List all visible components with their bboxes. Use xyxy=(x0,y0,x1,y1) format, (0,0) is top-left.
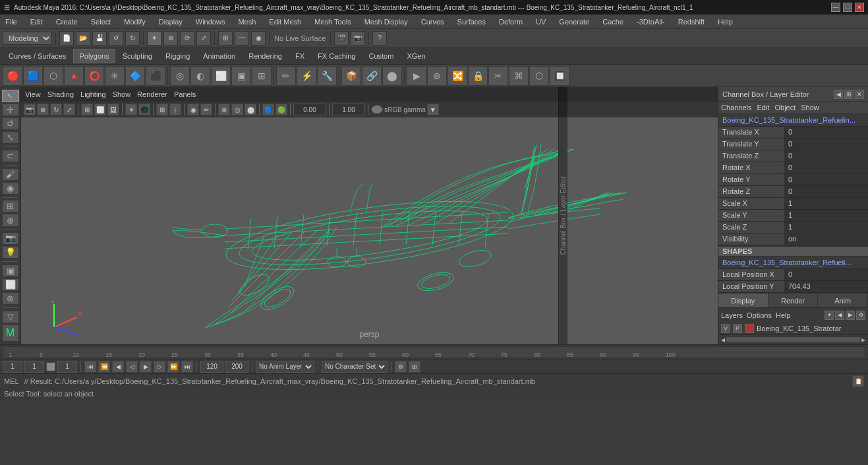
shelf-tab-rendering[interactable]: Rendering xyxy=(243,49,288,63)
layer-scroll-track[interactable] xyxy=(726,337,860,342)
layer-playback-toggle[interactable]: P xyxy=(733,324,742,333)
bottom-tab-anim[interactable]: Anim xyxy=(818,294,868,307)
shelf-icon-25[interactable]: ⌘ xyxy=(509,66,529,86)
menu-item-curves[interactable]: Curves xyxy=(419,16,447,27)
start-frame-input[interactable] xyxy=(3,361,22,373)
shelf-tab-xgen[interactable]: XGen xyxy=(401,49,431,63)
bottom-tab-render[interactable]: Render xyxy=(768,294,819,307)
viewport-show-menu[interactable]: Show xyxy=(113,90,131,98)
vc-shadow-btn[interactable]: 🌑 xyxy=(138,104,150,115)
vc-extra2-btn[interactable]: ◎ xyxy=(231,104,243,115)
layer-new-btn[interactable]: ✦ xyxy=(825,311,834,320)
vc-value1-input[interactable] xyxy=(293,104,326,115)
ch-value[interactable]: 0 xyxy=(784,186,868,197)
move-tool-button[interactable]: ✛ xyxy=(2,104,19,116)
ch-value[interactable]: 0 xyxy=(784,162,868,173)
menu-item-edit[interactable]: Edit xyxy=(28,16,45,27)
paint-tool-button[interactable]: 🖌 xyxy=(2,168,19,181)
shelf-icon-16[interactable]: 🔧 xyxy=(317,66,337,86)
arrow-button[interactable]: ▽ xyxy=(2,311,19,323)
shelf-tab-fx[interactable]: FX xyxy=(289,49,310,63)
vc-extra5-btn[interactable]: 🟢 xyxy=(275,104,287,115)
shelf-icon-27[interactable]: 🔲 xyxy=(550,66,569,86)
scale-button[interactable]: ⤢ xyxy=(196,31,211,46)
range-end-input[interactable] xyxy=(225,361,248,373)
ch-value[interactable]: 1 xyxy=(784,222,868,233)
menu-item--3dtoall-[interactable]: -3DtoAll- xyxy=(634,16,668,27)
step-forward-button[interactable]: ⏩ xyxy=(167,361,179,373)
ch-value[interactable]: 1 xyxy=(784,210,868,221)
anim-layer-select[interactable]: No Anim Layer xyxy=(256,361,314,373)
open-file-button[interactable]: 📂 xyxy=(76,31,90,46)
options-menu-item[interactable]: Options xyxy=(747,311,772,319)
shelf-icon-1[interactable]: 🔴 xyxy=(3,66,22,86)
layer-scroll-right[interactable]: ▶ xyxy=(860,337,867,343)
vc-grid-btn[interactable]: ⊞ xyxy=(156,104,168,115)
object-menu-item[interactable]: Object xyxy=(774,104,796,111)
shelf-icon-6[interactable]: ✳ xyxy=(105,66,125,86)
mode-selector[interactable]: Modeling xyxy=(3,32,52,45)
shelf-icon-4[interactable]: 🔺 xyxy=(64,66,84,86)
menu-item-edit-mesh[interactable]: Edit Mesh xyxy=(266,16,304,27)
viewport[interactable]: View Shading Lighting Show Renderer Pane… xyxy=(21,87,718,344)
layer-scroll-bar[interactable]: ◀ ▶ xyxy=(718,335,868,344)
save-file-button[interactable]: 💾 xyxy=(92,31,107,46)
menu-item-surfaces[interactable]: Surfaces xyxy=(455,16,488,27)
timeline-track[interactable]: 1 5 10 15 20 25 30 35 40 45 50 55 60 65 … xyxy=(3,346,865,358)
sh-value[interactable]: 0 xyxy=(784,269,868,280)
close-button[interactable]: ✕ xyxy=(855,3,864,12)
shelf-icon-2[interactable]: 🟦 xyxy=(23,66,43,86)
ch-value[interactable]: 0 xyxy=(784,139,868,150)
frame-display[interactable] xyxy=(57,361,77,373)
redo-button[interactable]: ↻ xyxy=(125,31,140,46)
lasso-tool-button[interactable]: ⊂ xyxy=(2,150,19,162)
layers-menu-item[interactable]: Layers xyxy=(721,311,743,319)
select-tool-button[interactable]: ↖ xyxy=(2,90,19,102)
go-start-button[interactable]: ⏮ xyxy=(84,361,96,373)
layer-scroll-left[interactable]: ◀ xyxy=(720,337,726,343)
shelf-icon-7[interactable]: 🔷 xyxy=(125,66,145,86)
channels-menu-item[interactable]: Channels xyxy=(721,104,751,111)
vc-colorswatch[interactable] xyxy=(371,105,383,114)
anim-prefs-button[interactable]: ⚙ xyxy=(395,361,407,373)
menu-item-create[interactable]: Create xyxy=(53,16,80,27)
layer-visibility-toggle[interactable]: V xyxy=(721,324,730,333)
shelf-icon-21[interactable]: ⊛ xyxy=(427,66,447,86)
origin-button[interactable]: ⊕ xyxy=(2,214,19,226)
shelf-tab-polygons[interactable]: Polygons xyxy=(73,49,115,63)
shelf-icon-18[interactable]: 🔗 xyxy=(362,66,382,86)
shelf-tab-custom[interactable]: Custom xyxy=(363,49,400,63)
shelf-icon-26[interactable]: ⬡ xyxy=(529,66,549,86)
vc-axis-btn[interactable]: ⟊ xyxy=(169,104,181,115)
snap-point-button[interactable]: ◉ xyxy=(251,31,266,46)
undo-button[interactable]: ↺ xyxy=(109,31,123,46)
vc-wire-btn[interactable]: ⊞ xyxy=(81,104,93,115)
status-icon-button[interactable]: 📋 xyxy=(852,375,864,387)
vc-orbit-btn[interactable]: ↻ xyxy=(50,104,62,115)
menu-item-mesh-tools[interactable]: Mesh Tools xyxy=(312,16,353,27)
light-tool-button[interactable]: 💡 xyxy=(2,246,19,259)
shelf-icon-10[interactable]: ◐ xyxy=(190,66,210,86)
shelf-icon-23[interactable]: 🔒 xyxy=(468,66,488,86)
render-button[interactable]: 🎬 xyxy=(334,31,349,46)
vc-pan-btn[interactable]: ⊕ xyxy=(37,104,49,115)
ch-value[interactable]: 0 xyxy=(784,174,868,185)
shelf-tab-fx-caching[interactable]: FX Caching xyxy=(312,49,361,63)
menu-item-redshift[interactable]: Redshift xyxy=(676,16,707,27)
rotate-tool-button[interactable]: ↺ xyxy=(2,117,19,130)
menu-item-file[interactable]: File xyxy=(3,16,20,27)
edit-menu-item[interactable]: Edit xyxy=(757,104,769,111)
menu-item-modify[interactable]: Modify xyxy=(121,16,148,27)
vc-extra4-btn[interactable]: 🔵 xyxy=(262,104,274,115)
vc-value2-input[interactable] xyxy=(332,104,365,115)
sh-value[interactable]: 704.43 xyxy=(784,281,868,292)
shelf-icon-20[interactable]: ▶ xyxy=(407,66,426,86)
snap-curve-button[interactable]: 〰 xyxy=(235,31,249,46)
scale-tool-button[interactable]: ⤡ xyxy=(2,131,19,144)
shelf-icon-8[interactable]: ⬛ xyxy=(146,66,165,86)
menu-item-cache[interactable]: Cache xyxy=(600,16,626,27)
new-file-button[interactable]: 📄 xyxy=(59,31,74,46)
shelf-tab-animation[interactable]: Animation xyxy=(197,49,241,63)
play-button[interactable]: ▶ xyxy=(140,361,152,373)
bottom-tab-display[interactable]: Display xyxy=(718,294,768,307)
